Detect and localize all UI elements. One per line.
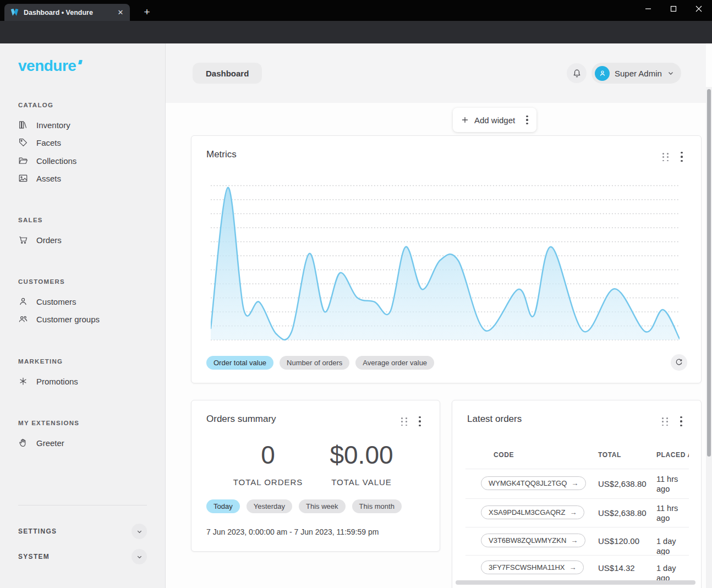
refresh-button[interactable] (671, 354, 687, 371)
widget-layout-menu-icon[interactable] (523, 116, 531, 124)
arrow-right-icon: → (569, 563, 576, 571)
assets-icon (18, 173, 28, 183)
filter-yesterday[interactable]: Yesterday (247, 499, 292, 513)
widget-menu-icon[interactable] (416, 416, 424, 426)
order-placed-at: 11 hrs ago (656, 474, 689, 494)
sidebar-item-orders[interactable]: Orders (13, 231, 151, 249)
sidebar-item-label: Facets (36, 138, 61, 147)
total-value-stat: $0.00 TOTAL VALUE (317, 440, 406, 487)
widget-title: Latest orders (467, 414, 522, 425)
latest-orders-table: CODE TOTAL PLACED AT WYMGK4TQQ8JL2TGQ→ U… (465, 442, 689, 585)
drag-handle-icon[interactable] (662, 417, 669, 426)
order-code-link[interactable]: XSA9PD4LM3CGAQRZ→ (481, 505, 584, 519)
settings-expand-button[interactable] (132, 524, 147, 539)
sidebar-item-label: Customer groups (36, 315, 100, 324)
total-value-value: $0.00 (317, 440, 406, 470)
section-label-marketing: MARKETING (18, 358, 63, 365)
arrow-right-icon: → (571, 536, 578, 545)
user-menu[interactable]: Super Admin (591, 63, 681, 84)
order-total: US$2,638.80 (598, 508, 647, 518)
vendure-logo-mark-icon (78, 60, 83, 64)
inventory-icon (18, 120, 28, 130)
column-header-total: TOTAL (598, 451, 621, 459)
order-code-link[interactable]: V3T6BW8ZQLWMYZKN→ (481, 534, 585, 547)
total-orders-stat: 0 TOTAL ORDERS (224, 440, 312, 487)
sidebar-item-label: Orders (36, 235, 62, 245)
order-total: US$120.00 (598, 536, 639, 546)
chevron-down-icon (667, 69, 675, 77)
scrollbar-thumb[interactable] (707, 89, 711, 457)
total-orders-label: TOTAL ORDERS (224, 477, 312, 487)
window-maximize-button[interactable] (661, 0, 686, 17)
metric-tab-number-of-orders[interactable]: Number of orders (280, 356, 349, 370)
window-minimize-button[interactable] (636, 0, 661, 17)
notifications-button[interactable] (567, 63, 587, 83)
orders-summary-widget: Orders summary 0 TOTAL ORDERS $0.00 TOTA… (191, 400, 440, 552)
drag-handle-icon[interactable] (401, 417, 408, 426)
order-total: US$14.32 (598, 563, 635, 573)
chevron-down-icon (136, 553, 143, 560)
widget-title: Metrics (206, 149, 237, 160)
settings-label: SETTINGS (18, 527, 57, 535)
filter-this-month[interactable]: This month (352, 499, 402, 513)
orders-cart-icon (18, 235, 28, 245)
plus-icon (461, 116, 469, 124)
metric-tab-order-total-value[interactable]: Order total value (206, 356, 273, 370)
metric-tab-average-order-value[interactable]: Average order value (355, 356, 434, 370)
column-header-placed-at: PLACED AT (656, 451, 689, 459)
user-name: Super Admin (615, 69, 662, 78)
sidebar: vendure CATALOG Inventory Facets Collect… (0, 43, 166, 588)
metrics-widget: Metrics Order total value Number of orde… (191, 135, 702, 383)
filter-this-week[interactable]: This week (299, 499, 346, 513)
breadcrumb[interactable]: Dashboard (193, 63, 262, 84)
sidebar-item-greeter[interactable]: Greeter (13, 434, 151, 452)
vendure-logo[interactable]: vendure (18, 57, 80, 75)
customer-icon (18, 296, 28, 306)
order-code-link[interactable]: 3FY7FSCWSHMA11HX→ (481, 560, 584, 574)
window-close-button[interactable] (686, 0, 711, 17)
system-expand-button[interactable] (132, 549, 147, 564)
chevron-down-icon (136, 528, 143, 535)
sidebar-item-collections[interactable]: Collections (13, 152, 151, 169)
vendure-admin-app: vendure CATALOG Inventory Facets Collect… (0, 43, 712, 588)
tab-close-icon[interactable]: ✕ (116, 8, 125, 18)
section-label-customers: CUSTOMERS (18, 278, 65, 285)
sidebar-section-settings[interactable]: SETTINGS (18, 524, 147, 539)
user-avatar (595, 66, 610, 81)
sidebar-item-facets[interactable]: Facets (13, 134, 151, 151)
sidebar-item-customer-groups[interactable]: Customer groups (13, 310, 151, 328)
sidebar-divider (18, 505, 147, 505)
add-widget-button[interactable]: Add widget (474, 116, 523, 125)
sidebar-item-assets[interactable]: Assets (13, 169, 151, 187)
order-code: 3FY7FSCWSHMA11HX (489, 563, 565, 571)
browser-tab[interactable]: Dashboard • Vendure ✕ (4, 4, 130, 21)
page-header: Dashboard Super Admin (166, 43, 706, 103)
new-tab-button[interactable]: + (141, 7, 153, 19)
drag-handle-icon[interactable] (662, 153, 670, 162)
column-header-code: CODE (494, 451, 514, 459)
section-label-sales: SALES (18, 217, 43, 223)
vendure-favicon-icon (10, 8, 19, 17)
browser-window: Dashboard • Vendure ✕ + ! localhost:3000 (0, 0, 712, 588)
widget-menu-icon[interactable] (678, 152, 686, 162)
arrow-right-icon: → (569, 508, 577, 516)
widget-menu-icon[interactable] (677, 416, 685, 426)
filter-today[interactable]: Today (206, 499, 240, 513)
sidebar-item-label: Greeter (36, 438, 64, 448)
section-label-catalog: CATALOG (18, 102, 53, 108)
sidebar-item-label: Assets (36, 174, 61, 183)
page-scrollbar[interactable] (706, 87, 712, 588)
horizontal-scrollbar[interactable] (456, 580, 695, 585)
sidebar-item-customers[interactable]: Customers (13, 293, 151, 310)
bell-icon (572, 68, 582, 79)
order-code: V3T6BW8ZQLWMYZKN (489, 536, 566, 545)
browser-tabbar: Dashboard • Vendure ✕ + (0, 0, 712, 21)
sidebar-section-system[interactable]: SYSTEM (18, 549, 147, 564)
order-code-link[interactable]: WYMGK4TQQ8JL2TGQ→ (481, 476, 586, 490)
system-label: SYSTEM (18, 553, 50, 560)
greeter-hand-icon (18, 438, 28, 448)
widget-title: Orders summary (206, 414, 276, 425)
sidebar-item-inventory[interactable]: Inventory (13, 116, 151, 134)
sidebar-item-promotions[interactable]: Promotions (13, 372, 151, 390)
sidebar-item-label: Promotions (36, 377, 78, 386)
